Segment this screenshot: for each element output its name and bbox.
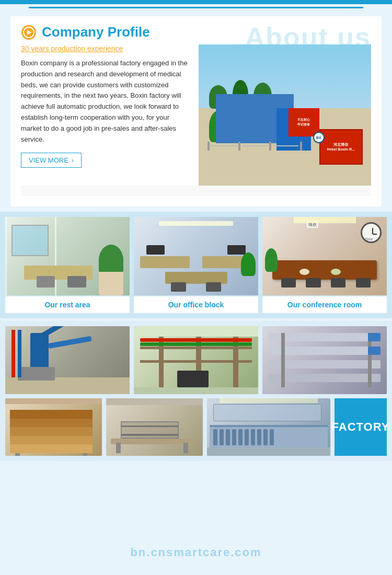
profile-wrapper: About us Company Profile 30 years produc… xyxy=(0,4,392,212)
factory-image: 河北博信Hebei Boxin R... 不忘初心牢记使命 xyxy=(199,44,371,186)
office-block-img xyxy=(134,217,258,295)
content-row: 30 years production experience Boxin com… xyxy=(21,44,371,186)
factory-label: FACTORY xyxy=(332,420,390,434)
office-photo-conf: Time 现在 xyxy=(262,217,387,313)
clock-icon: Time xyxy=(361,222,382,243)
bx-logo: BX xyxy=(313,132,325,143)
factory-img-5 xyxy=(106,398,203,456)
factory-label-box: FACTORY xyxy=(335,398,387,456)
office-photo-block: Our office block xyxy=(134,217,258,313)
conf-room-label: Our conference room xyxy=(262,296,387,313)
factory-img-1 xyxy=(5,326,130,394)
svg-text:Time: Time xyxy=(365,237,373,241)
office-photo-rest: Our rest area xyxy=(5,217,130,313)
factory-img-4 xyxy=(5,398,102,456)
arrow-icon xyxy=(21,25,37,40)
factory-image-container: 河北博信Hebei Boxin R... 不忘初心牢记使命 xyxy=(199,44,371,186)
left-content: 30 years production experience Boxin com… xyxy=(21,44,188,186)
red-sign: 不忘初心牢记使命 xyxy=(289,108,319,136)
white-box-bottom xyxy=(21,186,371,196)
rest-area-label: Our rest area xyxy=(5,296,130,313)
office-section: Our rest area xyxy=(0,212,392,318)
conf-room-img: Time 现在 xyxy=(262,217,387,295)
description-text: Boxin company is a professional factory … xyxy=(21,58,188,145)
factory-img-3 xyxy=(262,326,387,394)
factory-img-6 xyxy=(207,398,330,456)
watermark: bn.cnsmartcare.com xyxy=(0,546,392,559)
header-divider xyxy=(29,7,363,8)
rest-area-img xyxy=(5,217,130,295)
top-bar xyxy=(0,0,392,4)
view-more-arrow-icon: › xyxy=(72,156,74,164)
view-more-button[interactable]: VIEW MORE › xyxy=(21,153,82,168)
office-photos-row: Our rest area xyxy=(5,217,387,313)
fence xyxy=(207,142,303,150)
factory-bottom-row: FACTORY xyxy=(5,398,387,456)
factory-img-2 xyxy=(134,326,258,394)
experience-link[interactable]: 30 years production experience xyxy=(21,44,188,53)
factory-top-row xyxy=(5,326,387,394)
sign-board: 河北博信Hebei Boxin R... xyxy=(319,129,363,165)
office-block-label: Our office block xyxy=(134,296,258,313)
factory-section: FACTORY xyxy=(0,321,392,461)
view-more-label: VIEW MORE xyxy=(29,156,68,164)
section-title: Company Profile xyxy=(42,24,150,40)
company-profile-card: About us Company Profile 30 years produc… xyxy=(10,16,382,206)
